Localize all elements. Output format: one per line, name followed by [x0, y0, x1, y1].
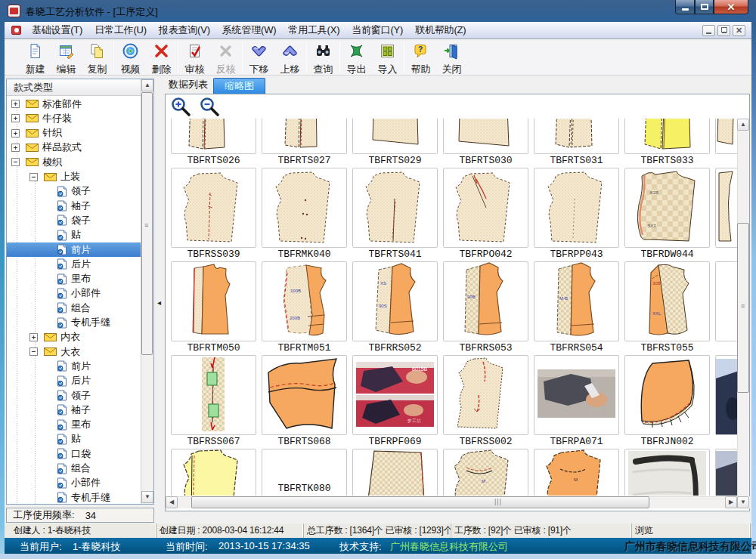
expand-icon[interactable]: +: [29, 333, 38, 341]
zoom-in-button[interactable]: [171, 97, 191, 117]
toolbar-moveup-button[interactable]: 上移: [274, 41, 305, 74]
thumbnail-cell[interactable]: [171, 449, 256, 496]
thumbnail-cell[interactable]: [715, 119, 737, 154]
collapse-icon[interactable]: −: [29, 173, 38, 181]
toolbar-help-button[interactable]: ?帮助: [405, 41, 436, 74]
menu-item-4[interactable]: 系统管理(W): [216, 21, 283, 39]
expand-icon[interactable]: +: [11, 144, 20, 152]
toolbar-audit-button[interactable]: 审核: [179, 41, 210, 74]
toolbar-video-button[interactable]: 视频: [115, 41, 146, 74]
tree-item-袖子[interactable]: 袖子: [7, 199, 141, 213]
tree-scroll-up-button[interactable]: ▲: [141, 79, 153, 91]
thumbnail-cell-TBFRTS068[interactable]: [262, 355, 347, 435]
tree-item-前片[interactable]: 前片: [7, 242, 141, 257]
thumbnail-cell-TBFRRS054[interactable]: M-B: [534, 261, 619, 341]
tree-scrollbar[interactable]: ▲ ≡ ▼: [141, 79, 153, 504]
thumbnail-cell-TBFRTM050[interactable]: [171, 261, 256, 341]
scroll-right-button[interactable]: ▶: [725, 496, 737, 508]
thumbnail-cell-TBFRPA071[interactable]: [534, 355, 619, 435]
window-minimize-button[interactable]: [675, 0, 695, 14]
thumbnail-cell[interactable]: M: [443, 449, 528, 496]
tree-scroll-down-button[interactable]: ▼: [141, 491, 153, 503]
tree-item-前片[interactable]: 前片: [7, 359, 141, 373]
thumbnail-cell-TBFRTS026[interactable]: [171, 119, 256, 154]
toolbar-movedown-button[interactable]: 下移: [243, 41, 274, 74]
tree-item-组合[interactable]: 组合: [7, 462, 141, 476]
toolbar-export-button[interactable]: 导出: [341, 41, 372, 74]
toolbar-new-button[interactable]: 新建: [20, 41, 51, 74]
thumbnail-cell-TBFRDW044[interactable]: 4/285X3: [624, 168, 710, 248]
horizontal-scrollbar-thumb[interactable]: [191, 496, 649, 508]
thumbnail-cell-TBFRTS031[interactable]: [534, 119, 619, 154]
thumbnail-cell-TBFRRS053[interactable]: 90B: [443, 261, 528, 341]
expand-icon[interactable]: +: [11, 114, 20, 122]
thumbnail-cell-TBFRPP043[interactable]: [534, 168, 619, 248]
menu-item-5[interactable]: 常用工具(X): [282, 21, 345, 39]
window-close-button[interactable]: ✕: [714, 0, 748, 14]
thumbnail-cell-TBFRTS030[interactable]: [443, 119, 528, 154]
tree-item-贴[interactable]: 贴: [7, 228, 141, 242]
thumbnail-cell[interactable]: [715, 168, 737, 248]
toolbar-edit-button[interactable]: 编辑: [51, 41, 82, 74]
menu-item-1[interactable]: 基础设置(T): [26, 21, 88, 39]
window-maximize-button[interactable]: [695, 0, 714, 14]
tree-item-袋子[interactable]: 袋子: [7, 213, 141, 227]
thumbnail-cell[interactable]: [624, 449, 710, 496]
tree-item-领子[interactable]: 领子: [7, 184, 141, 199]
tree-item-牛仔装[interactable]: +牛仔装: [7, 111, 141, 125]
thumbnail-cell-TBFRSS002[interactable]: [443, 355, 528, 435]
tree-item-后片[interactable]: 后片: [7, 257, 141, 271]
thumbnail-cell-TBFRTK080[interactable]: TBFRTK080: [262, 449, 347, 496]
tree-item-后片[interactable]: 后片: [7, 374, 141, 388]
thumbnail-cell[interactable]: [715, 449, 737, 496]
mdi-minimize-button[interactable]: [702, 25, 715, 36]
tree-item-贴[interactable]: 贴: [7, 432, 141, 446]
horizontal-scrollbar[interactable]: ◀ ||| ▶: [166, 496, 737, 508]
menu-item-3[interactable]: 报表查询(V): [153, 21, 216, 39]
collapse-icon[interactable]: −: [11, 158, 20, 166]
tree-item-针织[interactable]: +针织: [7, 126, 141, 141]
thumbnail-cell-TBFRSS067[interactable]: [171, 355, 256, 435]
toolbar-copy-button[interactable]: 复制: [82, 41, 113, 74]
collapse-icon[interactable]: −: [29, 347, 38, 356]
tree-item-口袋[interactable]: 口袋: [7, 446, 141, 461]
tree-item-大衣[interactable]: −大衣: [7, 344, 141, 359]
mdi-restore-button[interactable]: [717, 25, 730, 36]
tree-item-专机手缝[interactable]: 专机手缝: [7, 316, 141, 330]
tab-data-list[interactable]: 数据列表: [165, 76, 213, 94]
tree-item-梭织[interactable]: −梭织: [7, 155, 141, 169]
splitter-collapse-arrow[interactable]: ◂: [157, 293, 163, 313]
scroll-left-button[interactable]: ◀: [166, 496, 178, 508]
scroll-down-button[interactable]: ▼: [737, 496, 749, 508]
toolbar-import-button[interactable]: 导入: [372, 41, 403, 74]
tree-item-里布[interactable]: 里布: [7, 272, 141, 286]
tree-item-小部件[interactable]: 小部件: [7, 476, 141, 490]
thumbnail-cell-TBFRPF069[interactable]: 6015B梦工坊: [352, 355, 438, 435]
tree-item-专机手缝[interactable]: 专机手缝: [7, 490, 141, 504]
thumbnail-cell-TBFRTS029[interactable]: [352, 119, 438, 154]
thumbnail-cell-TBFRSS039[interactable]: [171, 168, 256, 248]
scroll-up-button[interactable]: ▲: [737, 119, 749, 131]
menu-item-2[interactable]: 日常工作(U): [88, 21, 153, 39]
tree-item-里布[interactable]: 里布: [7, 418, 141, 432]
expand-icon[interactable]: +: [11, 100, 20, 108]
thumbnail-cell-TBFRTS041[interactable]: [352, 168, 438, 248]
mdi-close-button[interactable]: ✕: [733, 25, 745, 36]
thumbnail-cell[interactable]: [715, 261, 737, 341]
toolbar-search-button[interactable]: 查询: [308, 41, 339, 74]
thumbnail-cell-TBFRTS033[interactable]: [624, 119, 710, 154]
tab-thumbnail[interactable]: 缩略图: [213, 78, 265, 94]
thumbnail-cell-TBFRPO042[interactable]: [443, 168, 528, 248]
tree-item-样品款式[interactable]: +样品款式: [7, 141, 141, 155]
tree-item-小部件[interactable]: 小部件: [7, 286, 141, 301]
thumbnail-cell-TBFRTM051[interactable]: 100B200B: [262, 261, 347, 341]
thumbnail-cell[interactable]: [715, 355, 737, 435]
toolbar-delete-button[interactable]: 删除: [146, 41, 177, 74]
tree-item-上装[interactable]: −上装: [7, 170, 141, 184]
thumbnail-cell[interactable]: M: [534, 449, 619, 496]
vertical-scrollbar[interactable]: ▲ ≡ ▼: [737, 119, 749, 508]
toolbar-exit-button[interactable]: 关闭: [436, 41, 467, 74]
expand-icon[interactable]: +: [11, 129, 20, 137]
tree-item-组合[interactable]: 组合: [7, 301, 141, 315]
zoom-out-button[interactable]: [200, 97, 220, 117]
